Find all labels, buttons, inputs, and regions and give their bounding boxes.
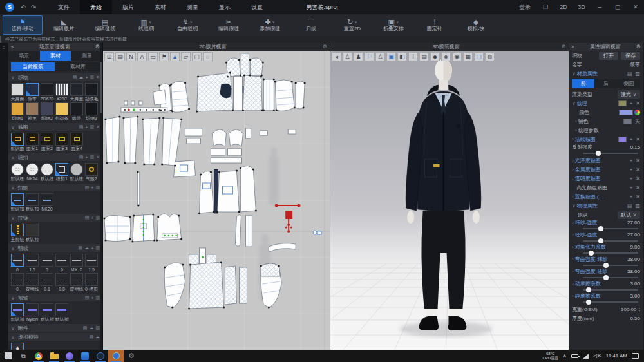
taskbar-chrome-icon[interactable] [31, 350, 46, 362]
menu-file[interactable]: 文件 [48, 0, 80, 14]
section-header-buttonholes[interactable]: ∨ 扣眼 ▤ + ▥ [8, 184, 102, 191]
topstitch-item[interactable]: 0.8 [55, 273, 69, 292]
cloud-icon[interactable]: ☁ [89, 325, 93, 330]
color-picker-icon[interactable] [634, 110, 640, 115]
add-icon[interactable]: + [630, 137, 633, 142]
fabric-swatch[interactable]: 织物3 [84, 102, 99, 121]
copy-icon[interactable]: ▥ [90, 75, 95, 80]
slider-handle[interactable] [586, 287, 591, 292]
fabric-swatch[interactable]: 领带 [25, 83, 39, 102]
pleat-item[interactable]: Nylon [25, 303, 39, 322]
section-header-prints[interactable]: ∨ 贴图 ▤ + ▥ ✕ [8, 123, 102, 131]
section-header-pleats[interactable]: ∨ 褶皱 ▤ + ▥ [8, 294, 102, 301]
bend-weft-slider[interactable]: ›弯曲强度-纬纱38.00 [569, 256, 643, 267]
delete-icon[interactable]: ✕ [636, 158, 640, 164]
topstitch-item[interactable]: 0 [10, 254, 24, 272]
garment-style3-icon[interactable]: ◉ [452, 52, 462, 61]
taskbar-app-dark-icon[interactable] [93, 350, 108, 362]
texture-view-icon[interactable]: ▤ [419, 52, 429, 61]
slider-handle[interactable] [598, 238, 603, 243]
zipper-item[interactable]: 默认拉 [25, 224, 39, 242]
section-header-avatar[interactable]: ∨ 虚拟模特 ▤ ☁ [8, 333, 102, 341]
pleat-item[interactable]: 默认褶 [55, 303, 69, 322]
tool-free-sewing[interactable]: ↯∨ 自由缝纫 [167, 15, 207, 35]
undo-icon[interactable]: ↶ [18, 4, 28, 11]
add-icon[interactable]: + [630, 158, 633, 164]
add-icon[interactable]: + [85, 155, 88, 160]
copy-icon[interactable]: ▥ [90, 124, 95, 129]
texture-params-label[interactable]: 纹理参数 [578, 127, 599, 134]
folder-icon[interactable]: ▤ [85, 295, 90, 300]
static-friction-slider[interactable]: ›静摩擦系数3.00 [569, 292, 643, 304]
network-icon[interactable] [583, 354, 589, 359]
button-item[interactable]: 纽扣1 [55, 163, 69, 182]
avatar-pose-icon[interactable]: ♙ [375, 52, 385, 61]
cloud-icon[interactable]: ☁ [79, 75, 83, 80]
layout-2d-button[interactable]: 2D [555, 0, 572, 14]
avatar-ghost-icon[interactable]: ♟ [354, 52, 363, 61]
tool-edit-pattern[interactable]: ◣ 编辑版片 [44, 15, 84, 35]
tray-expand-icon[interactable]: ∧ [563, 353, 567, 359]
topstitch-item[interactable]: 5 [40, 254, 54, 272]
copy-icon[interactable]: ▥ [95, 215, 100, 220]
mesh-view-icon[interactable]: ◍ [485, 52, 495, 61]
bend-warp-slider[interactable]: ›弯曲强度-经纱38.00 [569, 268, 643, 280]
add-icon[interactable]: + [91, 216, 93, 220]
material-tab-front[interactable]: 前 [572, 79, 594, 88]
print-item[interactable]: 图案4 [70, 133, 84, 151]
taskbar-app-purple-icon[interactable] [62, 350, 77, 362]
fabric-swatch[interactable]: #28C [55, 83, 69, 102]
material-tab-back[interactable]: 后 [594, 79, 617, 88]
folder-icon[interactable]: ▤ [89, 334, 93, 339]
garment-style2-icon[interactable]: ◈ [441, 52, 451, 61]
page-icon[interactable]: ▢ [192, 52, 202, 61]
fabric-swatch[interactable]: 大身面 [10, 83, 24, 102]
delete-icon[interactable]: ✕ [636, 185, 640, 191]
thickness-value[interactable]: 0.50 [630, 316, 640, 321]
sewing-view-icon[interactable]: ▱ [181, 52, 191, 61]
subcolor-off-toggle[interactable]: 关 [635, 118, 640, 125]
zipper-item[interactable]: 主拉链 [10, 224, 24, 242]
fabric-swatch[interactable]: ZD670 [40, 83, 54, 102]
redo-icon[interactable]: ↷ [28, 4, 39, 11]
folder-icon[interactable]: ▤ [627, 71, 632, 77]
save-icon[interactable]: ▥ [635, 203, 640, 209]
buttonhole-item[interactable]: 默认扣 [10, 193, 24, 212]
mirror-icon[interactable]: ▤ [115, 52, 125, 61]
reflect-slider[interactable]: 反射强度 0.15 [569, 144, 643, 155]
material-tab-side[interactable]: 侧面 [618, 79, 640, 88]
tab-scene[interactable]: 场景 [8, 51, 40, 61]
section-header-fabric[interactable]: ∨ 织物 ▤ ☁ + ▥ ✕ [8, 73, 102, 81]
alpha-map-label[interactable]: 透明度贴图 [575, 175, 601, 182]
save-button[interactable]: 保存 [621, 52, 640, 60]
topstitch-item[interactable]: MX_0 [70, 254, 84, 272]
subtab-current-garment[interactable]: 当前服装 [11, 62, 55, 71]
folder-icon[interactable]: ▤ [83, 325, 88, 330]
rect-tool-icon[interactable]: ▭ [148, 52, 158, 61]
layout-windows-icon[interactable]: ❐ [537, 0, 554, 14]
slider-handle[interactable] [603, 263, 609, 268]
print-item[interactable]: 图案1 [25, 133, 39, 151]
metal-map-label[interactable]: 金属度贴图 [575, 166, 601, 173]
diagonal-tension-slider[interactable]: ›对角张力系数9.00 [569, 243, 643, 255]
menu-material[interactable]: 素材 [144, 0, 176, 14]
button-item[interactable]: 默认纽 [70, 163, 84, 182]
tool-fold-arrange[interactable]: ▣∨ 折叠安排 [374, 15, 413, 35]
folder-icon[interactable]: ▤ [85, 215, 90, 220]
delete-icon[interactable]: ✕ [636, 137, 640, 142]
topstitch-item[interactable]: 0 [10, 273, 24, 292]
slider-handle[interactable] [603, 275, 609, 280]
app-logo-icon[interactable]: S [5, 3, 14, 12]
gsm-value[interactable]: 300.00 [621, 307, 636, 312]
pin-3d-icon[interactable]: ⚐ [365, 52, 374, 61]
specular-map-label[interactable]: 高光颜色贴图 [576, 184, 607, 191]
gear-icon[interactable]: ⚙ [562, 44, 566, 50]
fabric-swatch[interactable]: 起绒毛 [84, 83, 99, 102]
battery-icon[interactable] [571, 354, 578, 358]
fabric-swatch[interactable]: 袖里 [25, 102, 39, 121]
button-item[interactable]: 气眼2 [84, 163, 99, 182]
taskbar-style3d-icon[interactable] [108, 350, 124, 362]
cloud-icon[interactable]: ☁ [84, 245, 89, 251]
add-icon[interactable]: + [85, 125, 88, 129]
taskbar-clock[interactable]: 11:41 AM [606, 353, 627, 359]
